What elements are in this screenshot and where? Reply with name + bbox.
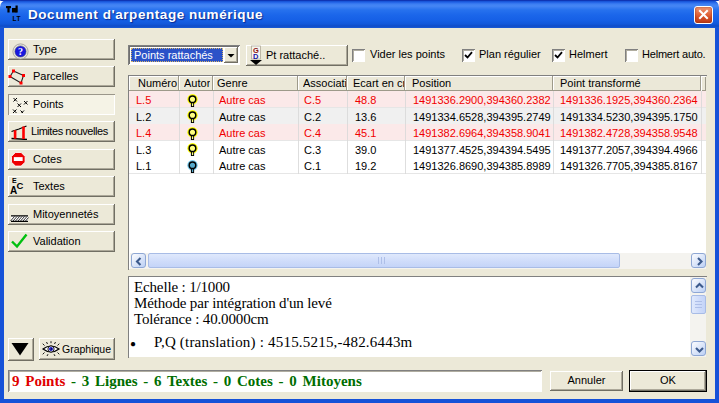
- svg-text:?: ?: [18, 46, 23, 57]
- svg-text:D: D: [253, 52, 259, 61]
- svg-text:LT: LT: [13, 15, 21, 22]
